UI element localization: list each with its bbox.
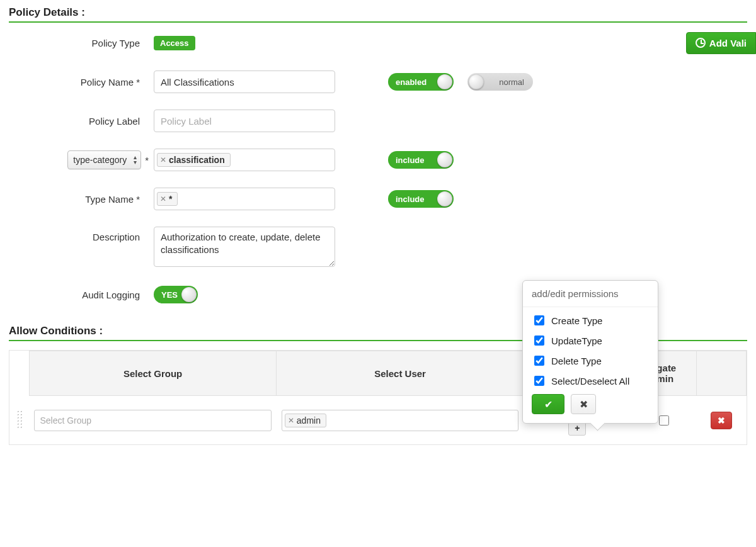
select-group-input[interactable]: Select Group (34, 410, 271, 431)
required-mark: * (145, 155, 149, 166)
add-validity-button[interactable]: Add Vali (686, 32, 756, 54)
popover-title: add/edit permissions (523, 281, 658, 307)
allow-conditions-panel: add/edit permissions Create Type UpdateT… (9, 350, 747, 445)
close-icon: ✖ (718, 415, 725, 426)
type-category-tag[interactable]: ✕ classification (157, 153, 231, 167)
audit-logging-label: Audit Logging (9, 290, 154, 300)
type-name-label: Type Name (9, 194, 154, 205)
policy-name-input[interactable] (154, 70, 335, 93)
perm-option-delete[interactable]: Delete Type (532, 354, 649, 368)
check-icon: ✔ (544, 398, 553, 410)
policy-label-label: Policy Label (9, 116, 154, 127)
tag-remove-icon[interactable]: ✕ (160, 195, 166, 203)
type-category-input[interactable]: ✕ classification (154, 149, 335, 171)
description-input[interactable]: Authorization to create, update, delete … (154, 227, 335, 267)
tag-remove-icon[interactable]: ✕ (288, 416, 294, 425)
perm-option-update[interactable]: UpdateType (532, 334, 649, 347)
perm-checkbox-update[interactable] (534, 336, 544, 346)
select-user-input[interactable]: ✕ admin (282, 410, 518, 431)
type-name-input[interactable]: ✕ * (154, 188, 335, 210)
drag-handle-icon[interactable] (16, 410, 23, 429)
policy-details-form: Policy Type Access Add Vali Policy Name … (9, 31, 747, 306)
perm-checkbox-delete[interactable] (534, 356, 544, 366)
description-label: Description (9, 227, 154, 242)
policy-label-input[interactable] (154, 110, 335, 132)
type-name-tag[interactable]: ✕ * (157, 192, 178, 206)
type-category-select[interactable]: type-category ▴▾ (67, 150, 141, 169)
type-category-include-toggle[interactable]: include (388, 151, 454, 169)
user-tag[interactable]: ✕ admin (285, 414, 326, 427)
perm-option-all[interactable]: Select/Deselect All (532, 374, 649, 388)
policy-details-heading: Policy Details : (9, 6, 747, 23)
updown-icon: ▴▾ (134, 155, 137, 165)
col-actions (697, 351, 747, 396)
delegate-admin-checkbox[interactable] (659, 415, 669, 426)
audit-logging-toggle[interactable]: YES (154, 286, 198, 303)
col-select-user: Select User (277, 351, 524, 396)
close-icon: ✖ (580, 398, 588, 410)
delete-row-button[interactable]: ✖ (711, 412, 732, 429)
policy-type-label: Policy Type (9, 38, 154, 48)
clock-icon (696, 38, 706, 48)
normal-toggle[interactable]: normal (467, 73, 533, 91)
perm-option-create[interactable]: Create Type (532, 313, 649, 327)
popover-cancel-button[interactable]: ✖ (571, 394, 596, 414)
perm-checkbox-create[interactable] (534, 315, 544, 325)
policy-name-label: Policy Name (9, 77, 154, 87)
enabled-toggle[interactable]: enabled (388, 73, 454, 91)
popover-confirm-button[interactable]: ✔ (532, 394, 564, 414)
col-select-group: Select Group (29, 351, 276, 396)
perm-checkbox-all[interactable] (534, 376, 544, 386)
tag-remove-icon[interactable]: ✕ (160, 155, 166, 164)
type-name-include-toggle[interactable]: include (388, 190, 454, 208)
permissions-popover: add/edit permissions Create Type UpdateT… (522, 280, 658, 424)
policy-type-badge: Access (154, 36, 195, 50)
